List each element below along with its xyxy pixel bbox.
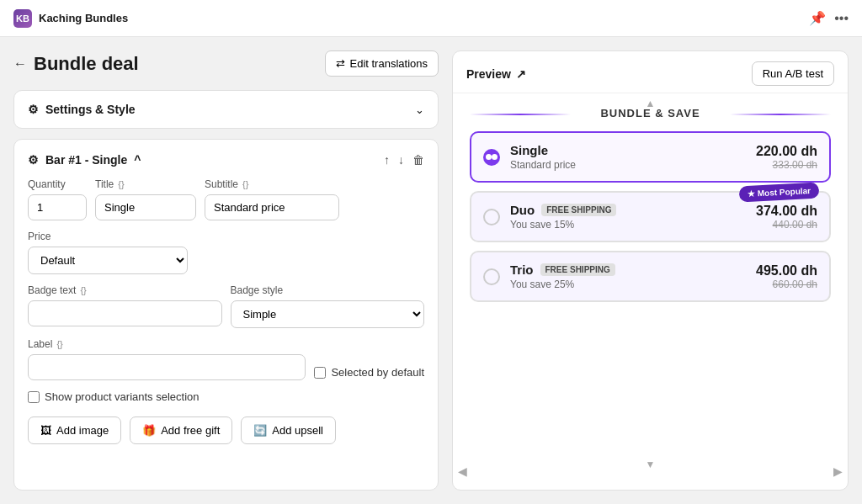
title-input[interactable]: [95, 194, 196, 220]
page-title-row: ← Bundle deal: [13, 53, 139, 75]
add-upsell-button[interactable]: 🔄 Add upsell: [241, 416, 336, 444]
right-panel: Preview ↗ Run A/B test ▲ BUNDLE & SAVE S…: [452, 50, 849, 491]
label-code-icon[interactable]: {}: [56, 339, 62, 349]
selected-by-default-label: Selected by default: [331, 366, 424, 379]
translation-icon: ⇄: [336, 57, 345, 70]
top-bar-right: 📌 •••: [809, 10, 849, 26]
preview-title: Preview ↗: [466, 67, 526, 81]
label-section: Label {} Selected by default: [28, 338, 424, 380]
single-price: 220.00 dh: [756, 144, 817, 159]
badge-code-icon[interactable]: {}: [80, 285, 86, 295]
trio-price: 495.00 dh: [756, 263, 817, 279]
title-code-icon[interactable]: {}: [118, 179, 124, 189]
label-input[interactable]: [28, 354, 306, 380]
trio-title: Trio FREE SHIPPING: [510, 263, 746, 277]
app-name: Kaching Bundles: [39, 12, 128, 24]
bar-settings-icon: ⚙: [28, 153, 39, 167]
subtitle-code-icon[interactable]: {}: [242, 179, 248, 189]
price-label: Price: [28, 231, 424, 242]
scroll-left-arrow[interactable]: ◀: [458, 464, 467, 478]
bar-title: ⚙ Bar #1 - Single ^: [28, 153, 141, 167]
add-free-gift-button[interactable]: 🎁 Add free gift: [130, 416, 232, 444]
price-select[interactable]: Default: [28, 247, 188, 274]
main-content: ← Bundle deal ⇄ Edit translations ⚙ Sett…: [0, 37, 862, 504]
duo-price: 374.00 dh: [756, 204, 817, 219]
trio-free-shipping-badge: FREE SHIPPING: [540, 263, 615, 276]
settings-card: ⚙ Settings & Style ⌄: [13, 90, 439, 129]
title-label-row: Title {}: [95, 178, 196, 190]
badge-text-label: Badge text: [28, 284, 76, 296]
trio-original-price: 660.00 dh: [756, 279, 817, 290]
bundle-item-trio[interactable]: Trio FREE SHIPPING You save 25% 495.00 d…: [470, 251, 831, 302]
duo-info: Duo FREE SHIPPING You save 15%: [510, 203, 746, 231]
selected-by-default-checkbox[interactable]: [314, 367, 326, 379]
quantity-group: Quantity: [28, 178, 87, 220]
badge-text-group: Badge text {}: [28, 284, 222, 328]
scroll-right-arrow[interactable]: ▶: [833, 464, 843, 478]
show-variants-checkbox[interactable]: [28, 391, 40, 403]
left-panel: ← Bundle deal ⇄ Edit translations ⚙ Sett…: [13, 50, 439, 491]
label-label: Label: [28, 338, 52, 350]
subtitle-input[interactable]: [205, 194, 339, 220]
page-title: Bundle deal: [34, 53, 139, 75]
move-up-button[interactable]: ↑: [384, 153, 390, 167]
move-down-button[interactable]: ↓: [398, 153, 404, 167]
duo-title: Duo FREE SHIPPING: [510, 203, 746, 217]
single-title: Single: [510, 143, 746, 157]
back-button[interactable]: ←: [13, 56, 27, 72]
single-subtitle: Standard price: [510, 159, 746, 171]
selected-by-default-row: Selected by default: [314, 366, 424, 380]
show-variants-label: Show product variants selection: [45, 390, 200, 403]
preview-content: ▲ BUNDLE & SAVE Single Standard price: [453, 93, 848, 490]
single-prices: 220.00 dh 333.00 dh: [756, 144, 817, 171]
bar-header: ⚙ Bar #1 - Single ^ ↑ ↓ 🗑: [28, 153, 424, 167]
radio-single[interactable]: [483, 149, 500, 166]
bar-actions: ↑ ↓ 🗑: [384, 153, 424, 167]
most-popular-badge: ★ Most Popular: [738, 183, 819, 203]
radio-trio[interactable]: [483, 268, 500, 285]
duo-free-shipping-badge: FREE SHIPPING: [541, 204, 616, 216]
bundle-header-text: BUNDLE & SAVE: [470, 107, 831, 119]
app-icon: KB: [13, 9, 32, 28]
add-image-button[interactable]: 🖼 Add image: [28, 416, 121, 444]
bundle-item-single[interactable]: Single Standard price 220.00 dh 333.00 d…: [470, 131, 831, 183]
trio-prices: 495.00 dh 660.00 dh: [756, 263, 817, 290]
badge-style-select[interactable]: Simple Rounded Square: [231, 300, 425, 328]
trio-info: Trio FREE SHIPPING You save 25%: [510, 263, 746, 290]
label-outer-row: Label {} Selected by default: [28, 338, 424, 380]
upsell-icon: 🔄: [253, 424, 267, 437]
chevron-down-icon[interactable]: ⌄: [415, 103, 424, 116]
image-icon: 🖼: [40, 424, 51, 437]
external-link-icon[interactable]: ↗: [516, 67, 526, 81]
star-icon: ★: [748, 189, 756, 199]
badge-style-group: Badge style Simple Rounded Square: [231, 284, 425, 328]
delete-button[interactable]: 🗑: [412, 153, 424, 167]
edit-translations-button[interactable]: ⇄ Edit translations: [325, 50, 439, 77]
title-group: Title {}: [95, 178, 196, 220]
page-header: ← Bundle deal ⇄ Edit translations: [13, 50, 439, 77]
settings-title: ⚙ Settings & Style: [28, 103, 136, 116]
bundle-widget: BUNDLE & SAVE Single Standard price 220.…: [453, 93, 848, 324]
form-row-qty-title-subtitle: Quantity Title {} Subtitle {}: [28, 178, 424, 220]
scroll-down-arrow[interactable]: ▼: [453, 454, 848, 475]
label-group: Label {}: [28, 338, 306, 380]
bottom-actions: 🖼 Add image 🎁 Add free gift 🔄 Add upsell: [28, 416, 424, 444]
top-bar: KB Kaching Bundles 📌 •••: [0, 0, 862, 37]
gift-icon: 🎁: [142, 424, 156, 437]
preview-header: Preview ↗ Run A/B test: [453, 51, 848, 93]
bundle-item-duo[interactable]: ★ Most Popular Duo FREE SHIPPING You sav…: [470, 191, 831, 242]
label-label-row: Label {}: [28, 338, 306, 350]
pin-icon[interactable]: 📌: [809, 10, 826, 26]
subtitle-group: Subtitle {}: [205, 178, 339, 220]
badge-text-input[interactable]: [28, 300, 222, 326]
single-original-price: 333.00 dh: [756, 159, 817, 171]
bar-chevron-icon[interactable]: ^: [134, 153, 141, 167]
radio-duo[interactable]: [483, 209, 500, 225]
single-info: Single Standard price: [510, 143, 746, 171]
price-group: Price Default: [28, 231, 424, 274]
run-ab-button[interactable]: Run A/B test: [752, 61, 834, 86]
more-icon[interactable]: •••: [834, 11, 849, 26]
quantity-label: Quantity: [28, 178, 87, 190]
quantity-input[interactable]: [28, 194, 87, 220]
subtitle-label-row: Subtitle {}: [205, 178, 339, 190]
